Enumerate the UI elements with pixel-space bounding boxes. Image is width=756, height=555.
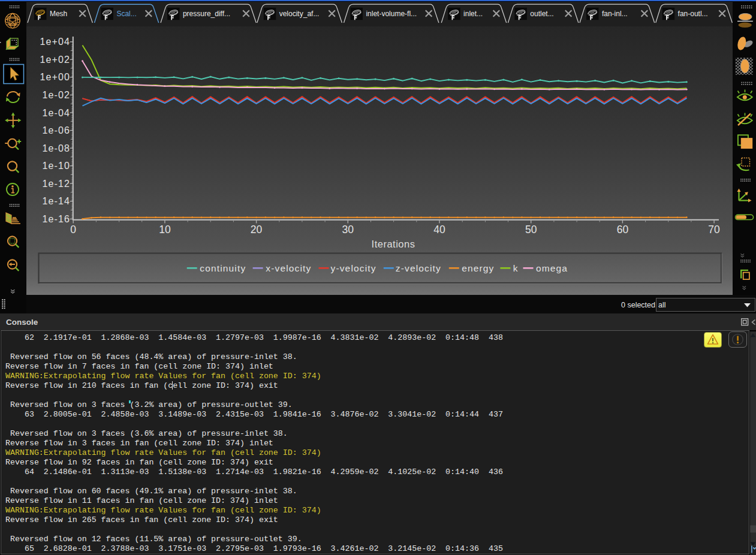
svg-text:1e-12: 1e-12 xyxy=(43,179,70,189)
svg-text:1e-04: 1e-04 xyxy=(43,108,70,118)
svg-text:continuity: continuity xyxy=(200,263,246,273)
svg-text:1e-02: 1e-02 xyxy=(43,90,70,100)
svg-text:velocity_af...: velocity_af... xyxy=(279,10,320,18)
svg-text:fan-inl...: fan-inl... xyxy=(602,10,628,18)
svg-text:70: 70 xyxy=(708,224,720,236)
svg-text:fan-outl...: fan-outl... xyxy=(678,10,708,18)
svg-text:0: 0 xyxy=(70,224,76,236)
svg-text:30: 30 xyxy=(342,224,354,236)
svg-text:Mesh: Mesh xyxy=(50,10,67,18)
svg-text:1e-14: 1e-14 xyxy=(43,196,70,206)
svg-text:x-velocity: x-velocity xyxy=(266,263,311,273)
svg-text:k: k xyxy=(513,263,519,273)
svg-text:1e-16: 1e-16 xyxy=(43,214,70,224)
svg-text:60: 60 xyxy=(617,224,629,236)
svg-text:10: 10 xyxy=(159,224,171,236)
svg-text:inlet-volume-fl...: inlet-volume-fl... xyxy=(366,10,417,18)
svg-text:1e+04: 1e+04 xyxy=(40,37,70,47)
svg-text:1e+02: 1e+02 xyxy=(40,55,70,65)
svg-text:omega: omega xyxy=(536,263,568,273)
svg-text:Iterations: Iterations xyxy=(372,239,415,249)
svg-text:Scal...: Scal... xyxy=(116,10,136,18)
svg-text:50: 50 xyxy=(525,224,537,236)
svg-text:inlet...: inlet... xyxy=(463,10,483,18)
svg-text:z-velocity: z-velocity xyxy=(396,263,441,273)
svg-text:y-velocity: y-velocity xyxy=(331,263,377,273)
svg-text:pressure_diff...: pressure_diff... xyxy=(183,10,230,18)
svg-text:outlet...: outlet... xyxy=(530,10,553,18)
svg-text:1e+00: 1e+00 xyxy=(40,72,70,82)
svg-text:1e-10: 1e-10 xyxy=(43,161,70,171)
svg-text:1e-08: 1e-08 xyxy=(43,143,70,153)
svg-text:1e-06: 1e-06 xyxy=(43,125,70,135)
svg-text:40: 40 xyxy=(433,224,445,236)
svg-text:energy: energy xyxy=(462,263,494,273)
svg-text:20: 20 xyxy=(251,224,263,236)
